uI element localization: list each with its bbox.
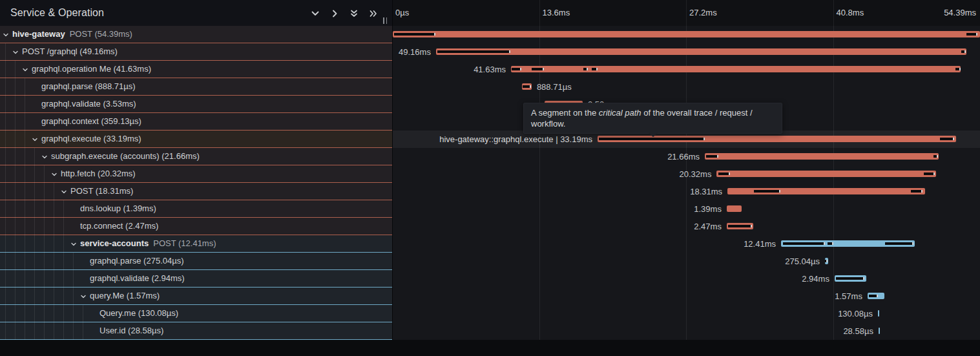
span-row[interactable]: User.id (28.58µs)28.58µs	[0, 322, 980, 340]
span-bar[interactable]	[727, 188, 925, 194]
span-label: dns.lookup (1.39ms)	[80, 200, 156, 217]
critical-path-segment	[599, 138, 705, 140]
tooltip-arrow	[649, 133, 658, 137]
indent-guides	[5, 43, 6, 61]
collapse-chevron-icon[interactable]	[42, 154, 47, 159]
span-row[interactable]: tcp.connect (2.47ms)2.47ms	[0, 218, 980, 235]
critical-path-segment-cap	[912, 242, 913, 245]
span-tree-cell[interactable]: query.Me (1.57ms)	[0, 288, 392, 305]
span-bar[interactable]	[511, 66, 961, 72]
span-tree-cell[interactable]: dns.lookup (1.39ms)	[0, 200, 392, 218]
span-tree-cell[interactable]: graphql.context (359.13µs)	[0, 113, 392, 131]
span-duration-label: 41.63ms	[474, 61, 506, 78]
span-tree-cell[interactable]: graphql.operation Me (41.63ms)	[0, 61, 392, 78]
span-row[interactable]: dns.lookup (1.39ms)1.39ms	[0, 200, 980, 218]
span-label: POST /graphql (49.16ms)	[22, 43, 118, 60]
span-duration-label: 130.08µs	[838, 305, 873, 322]
span-row[interactable]: graphql.context (359.13µs)	[0, 113, 980, 131]
span-tree-cell[interactable]: graphql.validate (3.53ms)	[0, 96, 392, 113]
collapse-chevron-icon[interactable]	[32, 137, 37, 141]
span-tree-cell[interactable]: User.id (28.58µs)	[0, 322, 392, 340]
span-bar[interactable]	[835, 275, 866, 282]
span-row[interactable]: Query.me (130.08µs)130.08µs	[0, 305, 980, 322]
span-tree-cell[interactable]: subgraph.execute (accounts) (21.66ms)	[0, 148, 392, 165]
critical-path-segment-cap	[877, 295, 878, 297]
collapse-all-button[interactable]	[349, 8, 359, 18]
expand-all-button[interactable]	[368, 8, 378, 18]
span-bar[interactable]	[878, 310, 879, 317]
collapse-chevron-icon[interactable]	[52, 172, 56, 176]
indent-guides	[5, 235, 64, 253]
span-row[interactable]: graphql.validate (2.94ms)2.94ms	[0, 270, 980, 288]
panel-divider[interactable]	[392, 0, 393, 340]
span-bar[interactable]	[522, 83, 532, 90]
span-row[interactable]: hive-gatewayPOST (54.39ms)	[0, 26, 980, 43]
indent-guides	[5, 131, 25, 148]
span-label: service-accountsPOST (12.41ms)	[80, 235, 216, 252]
span-bar[interactable]	[825, 258, 828, 264]
span-tree-cell[interactable]: POST /graphql (49.16ms)	[0, 43, 392, 61]
span-bar[interactable]	[781, 240, 915, 247]
span-row[interactable]: query.Me (1.57ms)1.57ms	[0, 288, 980, 305]
span-duration-label: 20.32ms	[680, 165, 712, 183]
critical-path-segment	[836, 277, 864, 280]
trace-viewer: Service & Operation	[0, 0, 980, 356]
span-tree-cell[interactable]: graphql.parse (275.04µs)	[0, 253, 392, 270]
critical-path-segment-cap	[530, 85, 531, 88]
span-bar[interactable]	[727, 205, 742, 212]
span-tree-cell[interactable]: graphql.parse (888.71µs)	[0, 78, 392, 96]
span-tree-cell[interactable]: http.fetch (20.32ms)	[0, 165, 392, 183]
collapse-chevron-icon[interactable]	[13, 50, 17, 54]
span-tree-cell[interactable]: hive-gatewayPOST (54.39ms)	[0, 26, 392, 43]
span-row[interactable]: POST (18.31ms)18.31ms	[0, 183, 980, 200]
span-label: tcp.connect (2.47ms)	[80, 218, 158, 235]
expand-one-button[interactable]	[329, 8, 339, 18]
span-tree-cell[interactable]: graphql.validate (2.94ms)	[0, 270, 392, 288]
span-label: query.Me (1.57ms)	[90, 288, 160, 304]
span-bar[interactable]	[393, 31, 980, 37]
span-bar[interactable]	[879, 328, 880, 334]
collapse-chevron-icon[interactable]	[71, 242, 76, 246]
span-duration-label: 18.31ms	[690, 183, 722, 200]
span-duration-label: 1.39ms	[694, 200, 722, 218]
chevron-right-icon	[330, 9, 339, 18]
span-tree-cell[interactable]: graphql.execute (33.19ms)	[0, 131, 392, 148]
span-row[interactable]: graphql.parse (275.04µs)275.04µs	[0, 253, 980, 270]
critical-path-segment-cap	[509, 50, 510, 53]
span-row[interactable]: graphql.parse (888.71µs)888.71µs	[0, 78, 980, 96]
span-bar[interactable]	[436, 48, 967, 55]
span-row[interactable]: graphql.operation Me (41.63ms)41.63ms	[0, 61, 980, 78]
collapse-chevron-icon[interactable]	[81, 294, 85, 298]
span-tree-cell[interactable]: POST (18.31ms)	[0, 183, 392, 200]
span-row[interactable]: service-accountsPOST (12.41ms)12.41ms	[0, 235, 980, 253]
span-tree-cell[interactable]: tcp.connect (2.47ms)	[0, 218, 392, 235]
collapse-chevron-icon[interactable]	[3, 32, 8, 37]
span-bar[interactable]	[716, 171, 936, 177]
span-duration-label: 28.58µs	[843, 322, 873, 340]
collapse-chevron-icon[interactable]	[23, 67, 27, 72]
span-label: Query.me (130.08µs)	[99, 305, 178, 322]
critical-path-segment-cap	[596, 68, 598, 70]
span-row[interactable]: graphql.validate (3.53ms)3.53ms	[0, 96, 980, 113]
indent-guides	[5, 288, 74, 305]
tree-toolbar	[310, 8, 378, 18]
span-bar[interactable]	[868, 293, 884, 299]
panel-resize-grip[interactable]	[383, 17, 387, 24]
span-row[interactable]: subgraph.execute (accounts) (21.66ms)21.…	[0, 148, 980, 165]
span-row[interactable]: http.fetch (20.32ms)20.32ms	[0, 165, 980, 183]
critical-path-segment-cap	[434, 33, 435, 36]
collapse-chevron-icon[interactable]	[61, 189, 66, 194]
span-bar[interactable]	[705, 153, 939, 160]
span-row[interactable]: POST /graphql (49.16ms)49.16ms	[0, 43, 980, 61]
span-duration-label: 2.94ms	[802, 270, 829, 288]
span-tree-cell[interactable]: Query.me (130.08µs)	[0, 305, 392, 322]
critical-path-tooltip: A segment on the critical path of the ov…	[523, 103, 782, 134]
span-row[interactable]: graphql.execute (33.19ms)hive-gateway::g…	[0, 131, 980, 148]
span-label: graphql.execute (33.19ms)	[41, 131, 141, 147]
span-bar[interactable]	[727, 223, 753, 229]
collapse-one-button[interactable]	[310, 8, 320, 18]
critical-path-segment-cap	[751, 225, 752, 227]
span-label: http.fetch (20.32ms)	[61, 165, 136, 182]
operation-name: POST (12.41ms)	[153, 238, 216, 248]
span-tree-cell[interactable]: service-accountsPOST (12.41ms)	[0, 235, 392, 253]
